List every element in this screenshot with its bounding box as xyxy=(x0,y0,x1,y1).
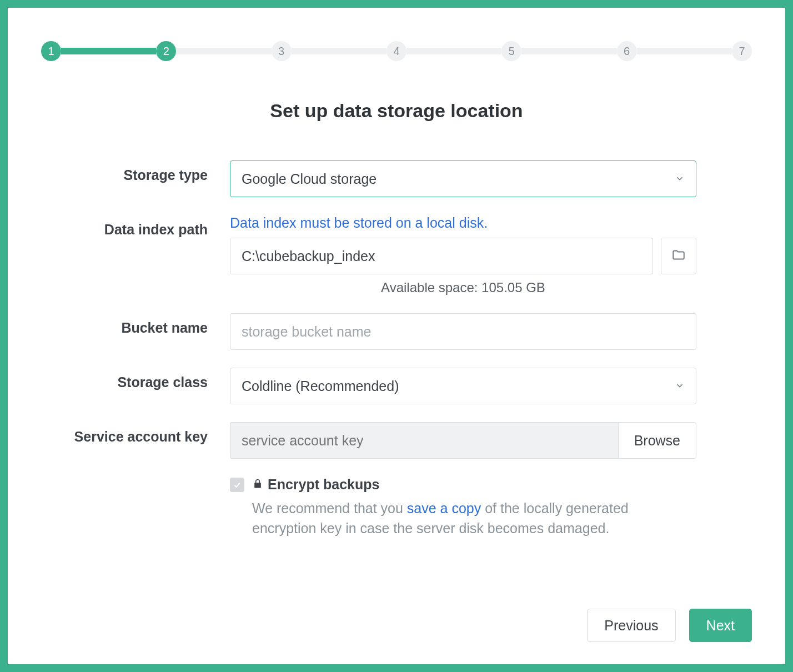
row-service-account-key: Service account key Browse xyxy=(41,422,752,459)
previous-button[interactable]: Previous xyxy=(587,609,675,642)
form: Storage type Google Cloud storage Data i… xyxy=(41,161,752,539)
browse-button[interactable]: Browse xyxy=(618,422,696,459)
encrypt-checkbox[interactable] xyxy=(230,478,244,492)
row-data-index-path: Data index path Data index must be store… xyxy=(41,215,752,295)
label-bucket-name: Bucket name xyxy=(41,313,230,336)
row-storage-class: Storage class Coldline (Recommended) xyxy=(41,368,752,404)
step-5[interactable]: 5 xyxy=(501,41,521,61)
row-encrypt: Encrypt backups We recommend that you sa… xyxy=(41,477,752,539)
storage-class-value: Coldline (Recommended) xyxy=(242,378,399,394)
bucket-name-input[interactable] xyxy=(230,313,696,350)
chevron-down-icon xyxy=(675,171,685,187)
row-storage-type: Storage type Google Cloud storage xyxy=(41,161,752,197)
label-storage-type: Storage type xyxy=(41,161,230,183)
folder-icon xyxy=(671,248,686,264)
storage-type-select[interactable]: Google Cloud storage xyxy=(230,161,696,197)
step-2[interactable]: 2 xyxy=(156,41,176,61)
encrypt-label: Encrypt backups xyxy=(268,477,379,493)
step-4[interactable]: 4 xyxy=(387,41,406,61)
data-index-hint: Data index must be stored on a local dis… xyxy=(230,215,696,231)
footer-buttons: Previous Next xyxy=(587,609,752,642)
lock-icon xyxy=(252,477,263,493)
step-bar-4-5 xyxy=(406,48,501,54)
step-bar-1-2 xyxy=(61,48,156,54)
step-6[interactable]: 6 xyxy=(617,41,637,61)
chevron-down-icon xyxy=(675,378,685,394)
page-title: Set up data storage location xyxy=(41,100,752,122)
step-bar-3-4 xyxy=(292,48,387,54)
wizard-card: 1 2 3 4 5 6 7 Set up data storage locati… xyxy=(8,8,785,664)
encrypt-desc-prefix: We recommend that you xyxy=(252,500,407,516)
available-space: Available space: 105.05 GB xyxy=(230,280,696,295)
label-data-index-path: Data index path xyxy=(41,215,230,238)
label-storage-class: Storage class xyxy=(41,368,230,390)
step-7[interactable]: 7 xyxy=(732,41,752,61)
browse-folder-button[interactable] xyxy=(661,238,696,274)
label-spacer xyxy=(41,477,230,483)
encrypt-description: We recommend that you save a copy of the… xyxy=(252,498,663,539)
row-bucket-name: Bucket name xyxy=(41,313,752,350)
step-bar-5-6 xyxy=(521,48,616,54)
service-account-key-input[interactable] xyxy=(230,422,618,459)
step-bar-2-3 xyxy=(176,48,271,54)
data-index-path-input[interactable] xyxy=(230,238,653,274)
storage-type-value: Google Cloud storage xyxy=(242,171,377,187)
save-a-copy-link[interactable]: save a copy xyxy=(407,500,481,516)
step-3[interactable]: 3 xyxy=(272,41,292,61)
step-1[interactable]: 1 xyxy=(41,41,61,61)
next-button[interactable]: Next xyxy=(689,609,752,642)
storage-class-select[interactable]: Coldline (Recommended) xyxy=(230,368,696,404)
label-service-account-key: Service account key xyxy=(41,422,230,445)
stepper: 1 2 3 4 5 6 7 xyxy=(41,41,752,61)
step-bar-6-7 xyxy=(637,48,732,54)
